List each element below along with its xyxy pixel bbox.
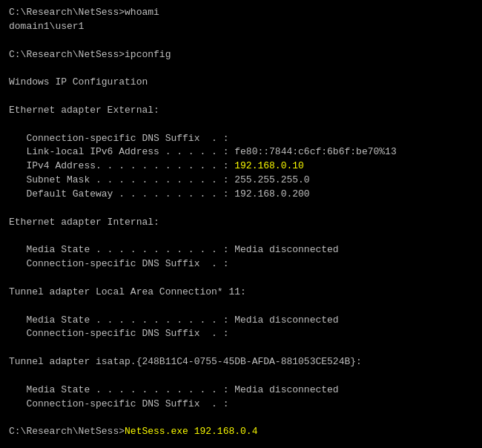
terminal-line-5: Windows IP Configuration <box>9 76 473 90</box>
prompt-command-highlight: NetSess.exe 192.168.0.4 <box>125 426 257 437</box>
terminal-line-16 <box>9 230 473 244</box>
terminal-line-29 <box>9 411 473 425</box>
terminal-line-19 <box>9 271 473 286</box>
terminal-line-7: Ethernet adapter External: <box>9 104 473 118</box>
terminal-line-24 <box>9 341 473 355</box>
terminal-line-23: Connection-specific DNS Suffix . : <box>9 327 473 341</box>
terminal-line-2 <box>9 34 473 48</box>
terminal-line-27: Media State . . . . . . . . . . . : Medi… <box>9 383 473 398</box>
terminal-line-13: Default Gateway . . . . . . . . . : 192.… <box>9 188 473 202</box>
terminal-line-17: Media State . . . . . . . . . . . : Medi… <box>9 243 473 257</box>
terminal-line-18: Connection-specific DNS Suffix . : <box>9 257 473 271</box>
terminal-line-25: Tunnel adapter isatap.{248B11C4-0755-45D… <box>9 355 473 369</box>
terminal-line-30: C:\Research\NetSess>NetSess.exe 192.168.… <box>9 425 473 439</box>
terminal-line-20: Tunnel adapter Local Area Connection* 11… <box>9 286 473 300</box>
terminal-line-6 <box>9 90 473 104</box>
terminal-line-26 <box>9 369 473 383</box>
terminal-line-9: Connection-specific DNS Suffix . : <box>9 132 473 146</box>
terminal-line-3: C:\Research\NetSess>ipconfig <box>9 48 473 62</box>
terminal-line-15: Ethernet adapter Internal: <box>9 216 473 230</box>
terminal-line-12: Subnet Mask . . . . . . . . . . . : 255.… <box>9 174 473 188</box>
terminal-line-14 <box>9 202 473 216</box>
terminal-line-21 <box>9 300 473 314</box>
highlighted-ip: 192.168.0.10 <box>234 160 304 171</box>
terminal-window: C:\Research\NetSess>whoamidomain1\user1 … <box>0 0 482 448</box>
terminal-line-1: domain1\user1 <box>9 20 473 34</box>
terminal-line-22: Media State . . . . . . . . . . . : Medi… <box>9 314 473 328</box>
terminal-line-28: Connection-specific DNS Suffix . : <box>9 398 473 412</box>
terminal-line-8 <box>9 118 473 132</box>
terminal-line-11: IPv4 Address. . . . . . . . . . . : 192.… <box>9 159 473 174</box>
normal-text: IPv4 Address. . . . . . . . . . . : <box>9 160 234 171</box>
terminal-line-10: Link-local IPv6 Address . . . . . : fe80… <box>9 145 473 159</box>
terminal-line-0: C:\Research\NetSess>whoami <box>9 6 473 20</box>
terminal-line-4 <box>9 62 473 76</box>
prompt-prefix: C:\Research\NetSess> <box>9 426 125 437</box>
terminal-line-31 <box>9 439 473 448</box>
